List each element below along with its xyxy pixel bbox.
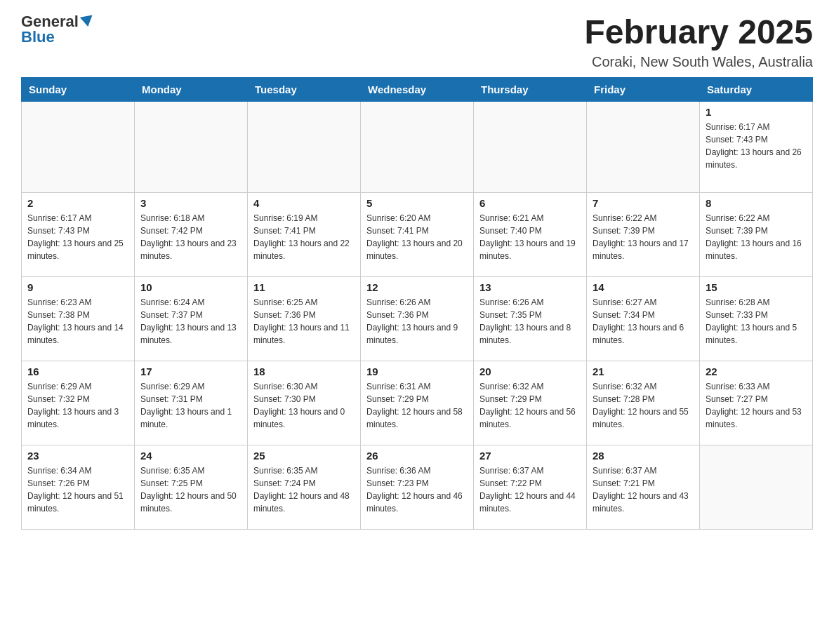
calendar-cell: 27Sunrise: 6:37 AMSunset: 7:22 PMDayligh… — [474, 445, 587, 529]
day-number: 20 — [479, 365, 581, 377]
day-number: 18 — [253, 365, 355, 377]
calendar-cell — [700, 445, 813, 529]
day-number: 28 — [593, 450, 694, 462]
day-info: Sunrise: 6:36 AMSunset: 7:23 PMDaylight:… — [366, 464, 468, 515]
calendar-cell: 13Sunrise: 6:26 AMSunset: 7:35 PMDayligh… — [474, 276, 587, 361]
header-monday: Monday — [135, 77, 248, 101]
calendar-cell — [22, 101, 135, 192]
header-sunday: Sunday — [22, 77, 135, 101]
calendar-cell: 9Sunrise: 6:23 AMSunset: 7:38 PMDaylight… — [22, 276, 135, 361]
calendar-cell: 17Sunrise: 6:29 AMSunset: 7:31 PMDayligh… — [135, 361, 248, 445]
day-number: 19 — [366, 365, 468, 377]
day-info: Sunrise: 6:30 AMSunset: 7:30 PMDaylight:… — [253, 380, 355, 431]
day-number: 22 — [706, 365, 807, 377]
logo-blue-text: Blue — [21, 29, 55, 45]
day-info: Sunrise: 6:31 AMSunset: 7:29 PMDaylight:… — [366, 380, 468, 431]
day-info: Sunrise: 6:20 AMSunset: 7:41 PMDaylight:… — [366, 212, 468, 262]
day-number: 23 — [27, 450, 128, 462]
calendar-week-row: 23Sunrise: 6:34 AMSunset: 7:26 PMDayligh… — [22, 445, 813, 529]
day-info: Sunrise: 6:18 AMSunset: 7:42 PMDaylight:… — [140, 212, 241, 262]
calendar-cell: 15Sunrise: 6:28 AMSunset: 7:33 PMDayligh… — [700, 276, 813, 361]
calendar-cell — [248, 101, 361, 192]
calendar-cell — [587, 101, 700, 192]
day-info: Sunrise: 6:35 AMSunset: 7:25 PMDaylight:… — [140, 464, 241, 515]
day-number: 10 — [140, 281, 241, 293]
calendar-week-row: 2Sunrise: 6:17 AMSunset: 7:43 PMDaylight… — [22, 192, 813, 276]
day-number: 26 — [366, 450, 468, 462]
calendar-cell: 8Sunrise: 6:22 AMSunset: 7:39 PMDaylight… — [700, 192, 813, 276]
day-info: Sunrise: 6:28 AMSunset: 7:33 PMDaylight:… — [706, 296, 807, 347]
day-info: Sunrise: 6:26 AMSunset: 7:36 PMDaylight:… — [366, 296, 468, 347]
calendar-week-row: 16Sunrise: 6:29 AMSunset: 7:32 PMDayligh… — [22, 361, 813, 445]
day-number: 24 — [140, 450, 241, 462]
calendar-cell: 26Sunrise: 6:36 AMSunset: 7:23 PMDayligh… — [361, 445, 474, 529]
day-number: 3 — [140, 197, 241, 209]
header-saturday: Saturday — [700, 77, 813, 101]
day-info: Sunrise: 6:27 AMSunset: 7:34 PMDaylight:… — [593, 296, 694, 347]
day-number: 15 — [706, 281, 807, 293]
calendar-header-row: SundayMondayTuesdayWednesdayThursdayFrid… — [22, 77, 813, 101]
day-info: Sunrise: 6:21 AMSunset: 7:40 PMDaylight:… — [479, 212, 581, 262]
calendar-cell: 14Sunrise: 6:27 AMSunset: 7:34 PMDayligh… — [587, 276, 700, 361]
day-info: Sunrise: 6:19 AMSunset: 7:41 PMDaylight:… — [253, 212, 355, 262]
calendar-cell: 11Sunrise: 6:25 AMSunset: 7:36 PMDayligh… — [248, 276, 361, 361]
location-title: Coraki, New South Wales, Australia — [584, 54, 813, 70]
day-info: Sunrise: 6:33 AMSunset: 7:27 PMDaylight:… — [706, 380, 807, 431]
header-tuesday: Tuesday — [248, 77, 361, 101]
calendar-cell: 7Sunrise: 6:22 AMSunset: 7:39 PMDaylight… — [587, 192, 700, 276]
day-info: Sunrise: 6:32 AMSunset: 7:29 PMDaylight:… — [479, 380, 581, 431]
calendar-cell: 19Sunrise: 6:31 AMSunset: 7:29 PMDayligh… — [361, 361, 474, 445]
calendar-cell: 25Sunrise: 6:35 AMSunset: 7:24 PMDayligh… — [248, 445, 361, 529]
day-info: Sunrise: 6:24 AMSunset: 7:37 PMDaylight:… — [140, 296, 241, 347]
calendar-cell: 21Sunrise: 6:32 AMSunset: 7:28 PMDayligh… — [587, 361, 700, 445]
day-number: 11 — [253, 281, 355, 293]
day-number: 8 — [706, 197, 807, 209]
day-number: 17 — [140, 365, 241, 377]
header-friday: Friday — [587, 77, 700, 101]
day-info: Sunrise: 6:35 AMSunset: 7:24 PMDaylight:… — [253, 464, 355, 515]
calendar-week-row: 9Sunrise: 6:23 AMSunset: 7:38 PMDaylight… — [22, 276, 813, 361]
calendar-cell: 5Sunrise: 6:20 AMSunset: 7:41 PMDaylight… — [361, 192, 474, 276]
calendar-cell: 16Sunrise: 6:29 AMSunset: 7:32 PMDayligh… — [22, 361, 135, 445]
day-info: Sunrise: 6:23 AMSunset: 7:38 PMDaylight:… — [27, 296, 128, 347]
calendar-cell: 22Sunrise: 6:33 AMSunset: 7:27 PMDayligh… — [700, 361, 813, 445]
calendar-cell: 6Sunrise: 6:21 AMSunset: 7:40 PMDaylight… — [474, 192, 587, 276]
day-number: 27 — [479, 450, 581, 462]
calendar-cell: 12Sunrise: 6:26 AMSunset: 7:36 PMDayligh… — [361, 276, 474, 361]
page-header: General Blue February 2025 Coraki, New S… — [21, 14, 813, 70]
calendar-cell: 24Sunrise: 6:35 AMSunset: 7:25 PMDayligh… — [135, 445, 248, 529]
day-number: 9 — [27, 281, 128, 293]
title-section: February 2025 Coraki, New South Wales, A… — [584, 14, 813, 70]
day-number: 21 — [593, 365, 694, 377]
day-info: Sunrise: 6:17 AMSunset: 7:43 PMDaylight:… — [706, 121, 807, 171]
day-info: Sunrise: 6:22 AMSunset: 7:39 PMDaylight:… — [706, 212, 807, 262]
logo-general-text: General — [21, 14, 79, 29]
logo-triangle-icon — [80, 15, 94, 27]
day-info: Sunrise: 6:26 AMSunset: 7:35 PMDaylight:… — [479, 296, 581, 347]
calendar-cell: 28Sunrise: 6:37 AMSunset: 7:21 PMDayligh… — [587, 445, 700, 529]
logo: General Blue — [21, 14, 93, 45]
calendar-cell: 10Sunrise: 6:24 AMSunset: 7:37 PMDayligh… — [135, 276, 248, 361]
day-number: 16 — [27, 365, 128, 377]
calendar-cell: 4Sunrise: 6:19 AMSunset: 7:41 PMDaylight… — [248, 192, 361, 276]
day-number: 14 — [593, 281, 694, 293]
day-number: 2 — [27, 197, 128, 209]
day-info: Sunrise: 6:22 AMSunset: 7:39 PMDaylight:… — [593, 212, 694, 262]
day-info: Sunrise: 6:17 AMSunset: 7:43 PMDaylight:… — [27, 212, 128, 262]
day-number: 12 — [366, 281, 468, 293]
day-info: Sunrise: 6:32 AMSunset: 7:28 PMDaylight:… — [593, 380, 694, 431]
day-info: Sunrise: 6:37 AMSunset: 7:22 PMDaylight:… — [479, 464, 581, 515]
calendar-table: SundayMondayTuesdayWednesdayThursdayFrid… — [21, 77, 813, 530]
day-info: Sunrise: 6:25 AMSunset: 7:36 PMDaylight:… — [253, 296, 355, 347]
calendar-cell — [474, 101, 587, 192]
calendar-cell: 20Sunrise: 6:32 AMSunset: 7:29 PMDayligh… — [474, 361, 587, 445]
calendar-cell — [135, 101, 248, 192]
day-number: 5 — [366, 197, 468, 209]
day-info: Sunrise: 6:37 AMSunset: 7:21 PMDaylight:… — [593, 464, 694, 515]
day-number: 6 — [479, 197, 581, 209]
header-wednesday: Wednesday — [361, 77, 474, 101]
calendar-cell: 23Sunrise: 6:34 AMSunset: 7:26 PMDayligh… — [22, 445, 135, 529]
day-info: Sunrise: 6:29 AMSunset: 7:32 PMDaylight:… — [27, 380, 128, 431]
header-thursday: Thursday — [474, 77, 587, 101]
day-number: 7 — [593, 197, 694, 209]
